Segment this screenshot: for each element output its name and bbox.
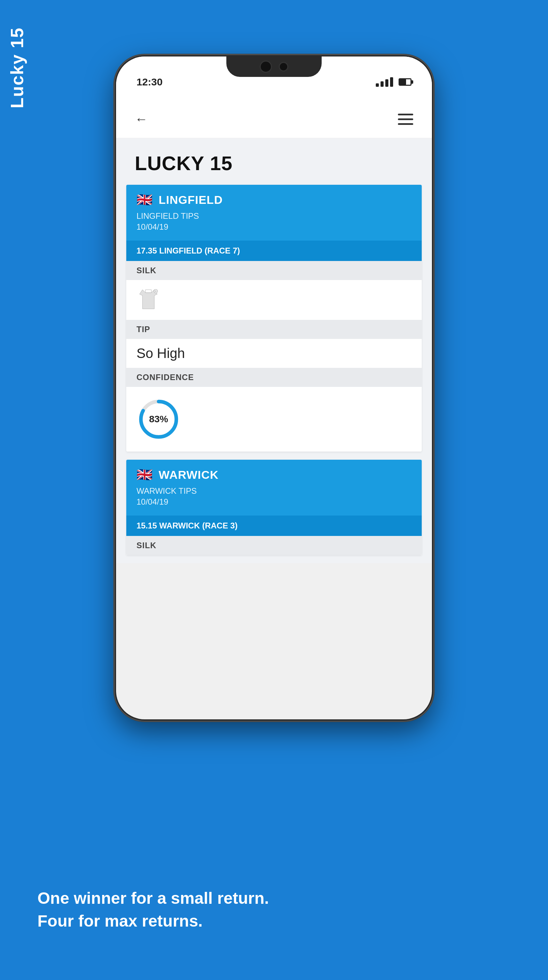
warwick-venue-row: 🇬🇧 WARWICK <box>137 467 411 482</box>
warwick-flag: 🇬🇧 <box>137 467 153 482</box>
confidence-label-1: CONFIDENCE <box>126 368 422 387</box>
status-time: 12:30 <box>137 76 163 88</box>
page-title: LUCKY 15 <box>135 152 413 175</box>
warwick-race: 15.15 WARWICK (RACE 3) <box>126 515 422 536</box>
svg-point-3 <box>155 290 156 292</box>
app-content: LUCKY 15 🇬🇧 LINGFIELD LINGFIELD TIPS 10/… <box>116 138 432 563</box>
status-bar: 12:30 <box>116 56 432 101</box>
confidence-content-1: 83% <box>126 387 422 452</box>
back-button[interactable]: ← <box>135 112 148 127</box>
camera-lens-1 <box>260 60 272 73</box>
lingfield-date: 10/04/19 <box>137 222 411 232</box>
footer-line1: One winner for a small return. <box>37 887 511 910</box>
warwick-tips-label: WARWICK TIPS <box>137 486 411 496</box>
lingfield-tips-label: LINGFIELD TIPS <box>137 211 411 221</box>
footer-line2: Four for max returns. <box>37 910 511 932</box>
lingfield-venue: LINGFIELD <box>159 193 223 207</box>
lingfield-race: 17.35 LINGFIELD (RACE 7) <box>126 240 422 261</box>
notch <box>226 56 322 77</box>
svg-marker-1 <box>145 290 151 293</box>
app-header: ← <box>116 101 432 138</box>
confidence-circle-1: 83% <box>137 397 181 441</box>
silk-label-2: SILK <box>126 536 422 555</box>
warwick-venue: WARWICK <box>159 468 218 482</box>
status-icons <box>376 77 411 87</box>
camera-lens-2 <box>279 62 288 72</box>
lingfield-flag: 🇬🇧 <box>137 192 153 207</box>
warwick-header: 🇬🇧 WARWICK WARWICK TIPS 10/04/19 <box>126 460 422 515</box>
menu-button[interactable] <box>398 114 413 125</box>
silk-jersey-icon <box>137 288 160 310</box>
phone-frame: 12:30 <box>114 54 434 721</box>
footer-tagline: One winner for a small return. Four for … <box>0 887 548 932</box>
page-vertical-title: Lucky 15 <box>7 27 27 108</box>
signal-icon <box>376 77 393 87</box>
lingfield-card: 🇬🇧 LINGFIELD LINGFIELD TIPS 10/04/19 17.… <box>126 185 422 452</box>
page-heading: LUCKY 15 <box>116 138 432 185</box>
phone-screen: 12:30 <box>116 56 432 719</box>
lingfield-header: 🇬🇧 LINGFIELD LINGFIELD TIPS 10/04/19 <box>126 185 422 240</box>
silk-content-1 <box>126 280 422 320</box>
battery-icon <box>398 78 411 86</box>
phone-mockup: 12:30 <box>114 54 434 721</box>
silk-label-1: SILK <box>126 261 422 280</box>
warwick-card: 🇬🇧 WARWICK WARWICK TIPS 10/04/19 15.15 W… <box>126 460 422 555</box>
tip-value-1: So High <box>126 339 422 368</box>
confidence-pct-1: 83% <box>149 414 168 425</box>
tip-label-1: TIP <box>126 320 422 339</box>
warwick-date: 10/04/19 <box>137 497 411 507</box>
venue-row: 🇬🇧 LINGFIELD <box>137 192 411 207</box>
